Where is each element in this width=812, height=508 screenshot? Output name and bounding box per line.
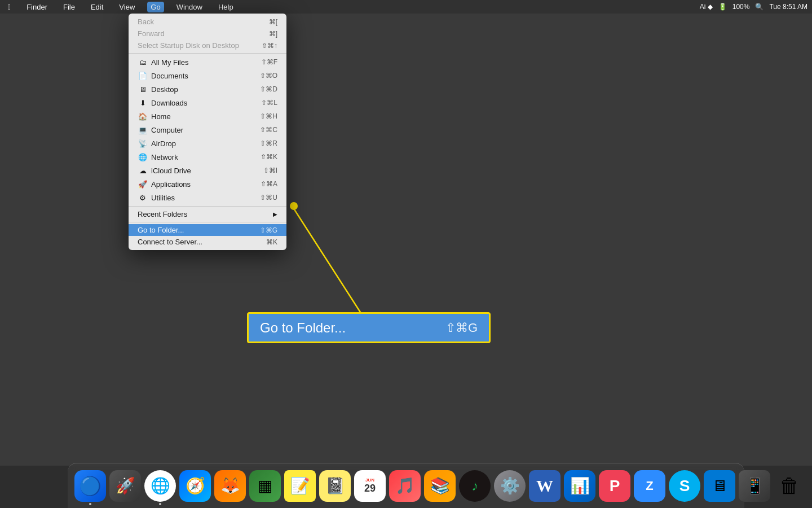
- dock-firefox[interactable]: 🦊: [214, 470, 246, 502]
- dock-calendar[interactable]: JUN29: [354, 470, 386, 502]
- dock-safari[interactable]: 🧭: [179, 470, 211, 502]
- dock-system-prefs[interactable]: ⚙️: [494, 470, 526, 502]
- go-menu-dropdown: Back ⌘[ Forward ⌘] Select Startup Disk o…: [129, 14, 286, 250]
- menubar-right: Ai ◆ 🔋 100% 🔍 Tue 8:51 AM: [700, 3, 807, 11]
- menu-item-icloud[interactable]: ☁ iCloud Drive ⇧⌘I: [129, 164, 286, 177]
- zoom-tooltip: Go to Folder... ⇧⌘G: [247, 312, 491, 343]
- menubar-extras: 🔋: [718, 3, 727, 11]
- menubar-window[interactable]: Window: [173, 2, 206, 12]
- desktop-icon: 🖥: [138, 84, 148, 94]
- desktop: [0, 14, 812, 466]
- dock-pocket[interactable]: P: [599, 470, 630, 502]
- menubar-view[interactable]: View: [116, 2, 138, 12]
- menu-divider-3: [129, 222, 286, 222]
- dock-zoom[interactable]: Z: [634, 470, 665, 502]
- dock-music[interactable]: 🎵: [389, 470, 421, 502]
- menu-item-computer[interactable]: 💻 Computer ⇧⌘C: [129, 123, 286, 137]
- dock-app-extra[interactable]: 📱: [739, 470, 770, 502]
- dock-trash[interactable]: 🗑: [774, 470, 805, 502]
- menu-item-downloads[interactable]: ⬇ Downloads ⇧⌘L: [129, 96, 286, 110]
- applications-icon: 🚀: [138, 179, 148, 189]
- menu-item-airdrop[interactable]: 📡 AirDrop ⇧⌘R: [129, 137, 286, 150]
- menu-item-applications[interactable]: 🚀 Applications ⇧⌘A: [129, 177, 286, 191]
- dock-books[interactable]: 📚: [424, 470, 456, 502]
- dock-rdp[interactable]: 🖥: [704, 470, 735, 502]
- menu-item-home[interactable]: 🏠 Home ⇧⌘H: [129, 110, 286, 123]
- dock-keynote[interactable]: 📊: [564, 470, 595, 502]
- menu-item-go-to-folder[interactable]: Go to Folder... ⇧⌘G: [129, 224, 286, 236]
- all-my-files-icon: 🗂: [138, 57, 148, 67]
- menu-item-utilities[interactable]: ⚙ Utilities ⇧⌘U: [129, 191, 286, 204]
- menubar-search[interactable]: 🔍: [755, 3, 764, 11]
- menu-divider-1: [129, 53, 286, 54]
- dock-finder[interactable]: 🔵: [74, 470, 106, 502]
- menubar:  Finder File Edit View Go Window Help A…: [0, 0, 812, 14]
- menubar-finder[interactable]: Finder: [23, 2, 51, 12]
- apple-menu[interactable]: : [5, 1, 14, 12]
- annotation-dot: [290, 202, 298, 210]
- menubar-go[interactable]: Go: [147, 2, 164, 12]
- menubar-edit[interactable]: Edit: [87, 2, 107, 12]
- dock-word[interactable]: W: [529, 470, 561, 502]
- dock-spotify[interactable]: ♪: [459, 470, 491, 502]
- dock-chrome[interactable]: 🌐: [144, 470, 176, 502]
- menubar-battery: 100%: [732, 3, 750, 11]
- utilities-icon: ⚙: [138, 192, 148, 203]
- icloud-icon: ☁: [138, 165, 148, 176]
- documents-icon: 📄: [138, 71, 148, 81]
- dock-stickies[interactable]: 📝: [284, 470, 316, 502]
- menu-item-all-my-files[interactable]: 🗂 All My Files ⇧⌘F: [129, 55, 286, 69]
- airdrop-icon: 📡: [138, 138, 148, 148]
- zoom-tooltip-label: Go to Folder...: [260, 320, 445, 336]
- zoom-tooltip-shortcut: ⇧⌘G: [445, 321, 478, 335]
- dock: 🔵 🚀 🌐 🧭 🦊 ▦ 📝 📓 JUN29 🎵 📚 ♪: [68, 463, 744, 508]
- menu-item-forward[interactable]: Forward ⌘]: [129, 28, 286, 40]
- menubar-file[interactable]: File: [60, 2, 78, 12]
- menubar-help[interactable]: Help: [215, 2, 237, 12]
- menubar-left:  Finder File Edit View Go Window Help: [5, 1, 237, 12]
- dock-skype[interactable]: S: [669, 470, 700, 502]
- menu-item-documents[interactable]: 📄 Documents ⇧⌘O: [129, 69, 286, 82]
- menu-item-startup-disk[interactable]: Select Startup Disk on Desktop ⇧⌘↑: [129, 40, 286, 51]
- menu-divider-2: [129, 206, 286, 207]
- menu-item-connect-server[interactable]: Connect to Server... ⌘K: [129, 236, 286, 248]
- menu-item-network[interactable]: 🌐 Network ⇧⌘K: [129, 150, 286, 164]
- dock-notes[interactable]: 📓: [319, 470, 351, 502]
- dock-mosaic[interactable]: ▦: [249, 470, 281, 502]
- menu-item-recent-folders[interactable]: Recent Folders: [129, 208, 286, 220]
- downloads-icon: ⬇: [138, 98, 148, 108]
- menubar-time: Tue 8:51 AM: [769, 3, 807, 11]
- computer-icon: 💻: [138, 125, 148, 135]
- dock-launchpad[interactable]: 🚀: [109, 470, 141, 502]
- network-icon: 🌐: [138, 152, 148, 162]
- menu-item-desktop[interactable]: 🖥 Desktop ⇧⌘D: [129, 82, 286, 96]
- menu-item-back[interactable]: Back ⌘[: [129, 16, 286, 28]
- menubar-adobe: Ai ◆: [700, 3, 713, 11]
- home-icon: 🏠: [138, 111, 148, 121]
